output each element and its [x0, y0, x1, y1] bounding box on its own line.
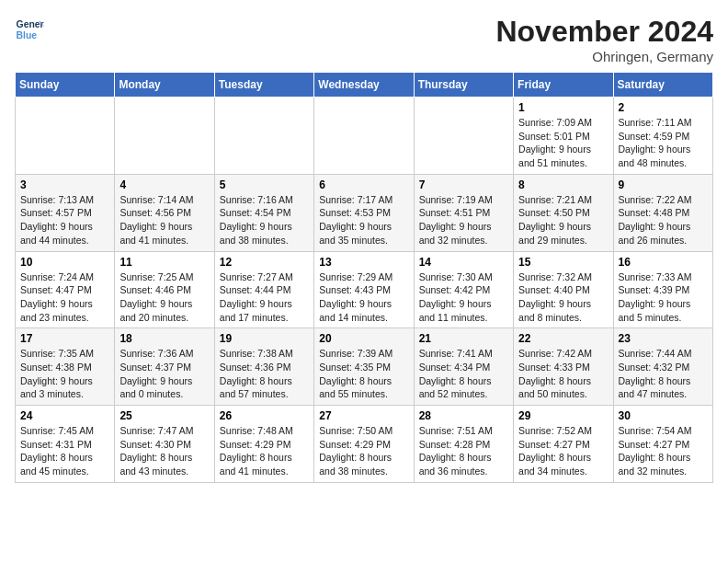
weekday-header-cell: Sunday: [16, 73, 115, 98]
calendar-table: SundayMondayTuesdayWednesdayThursdayFrid…: [15, 72, 713, 483]
day-info: Sunrise: 7:50 AM Sunset: 4:29 PM Dayligh…: [319, 424, 408, 478]
day-number: 3: [20, 178, 109, 191]
day-info: Sunrise: 7:21 AM Sunset: 4:50 PM Dayligh…: [518, 193, 608, 247]
day-number: 1: [518, 101, 608, 114]
calendar-day-cell: 4Sunrise: 7:14 AM Sunset: 4:56 PM Daylig…: [115, 174, 214, 251]
weekday-header-cell: Tuesday: [214, 73, 313, 98]
day-number: 19: [220, 332, 309, 345]
calendar-day-cell: 16Sunrise: 7:33 AM Sunset: 4:39 PM Dayli…: [613, 251, 712, 328]
day-number: 11: [119, 256, 209, 269]
day-number: 16: [619, 256, 708, 269]
title-block: November 2024 Ohringen, Germany: [495, 15, 713, 64]
day-info: Sunrise: 7:33 AM Sunset: 4:39 PM Dayligh…: [619, 270, 708, 325]
day-info: Sunrise: 7:32 AM Sunset: 4:40 PM Dayligh…: [518, 270, 608, 325]
calendar-day-cell: 17Sunrise: 7:35 AM Sunset: 4:38 PM Dayli…: [16, 328, 115, 406]
page-header: General Blue November 2024 Ohringen, Ger…: [15, 15, 713, 64]
day-info: Sunrise: 7:17 AM Sunset: 4:53 PM Dayligh…: [319, 193, 408, 247]
day-number: 14: [419, 256, 508, 269]
calendar-day-cell: 15Sunrise: 7:32 AM Sunset: 4:40 PM Dayli…: [514, 251, 613, 328]
calendar-day-cell: 11Sunrise: 7:25 AM Sunset: 4:46 PM Dayli…: [115, 251, 214, 328]
calendar-day-cell: 29Sunrise: 7:52 AM Sunset: 4:27 PM Dayli…: [514, 406, 613, 483]
day-info: Sunrise: 7:41 AM Sunset: 4:34 PM Dayligh…: [419, 347, 508, 401]
day-number: 2: [619, 101, 708, 114]
location-subtitle: Ohringen, Germany: [495, 49, 713, 64]
calendar-day-cell: 21Sunrise: 7:41 AM Sunset: 4:34 PM Dayli…: [414, 328, 513, 406]
day-number: 7: [419, 178, 508, 191]
day-info: Sunrise: 7:54 AM Sunset: 4:27 PM Dayligh…: [619, 424, 708, 478]
day-number: 29: [518, 409, 608, 422]
calendar-day-cell: 9Sunrise: 7:22 AM Sunset: 4:48 PM Daylig…: [613, 174, 712, 251]
day-info: Sunrise: 7:38 AM Sunset: 4:36 PM Dayligh…: [220, 347, 309, 401]
day-number: 17: [20, 332, 109, 345]
calendar-week-row: 3Sunrise: 7:13 AM Sunset: 4:57 PM Daylig…: [16, 174, 713, 251]
day-info: Sunrise: 7:29 AM Sunset: 4:43 PM Dayligh…: [319, 270, 408, 325]
day-number: 9: [619, 178, 708, 191]
day-info: Sunrise: 7:52 AM Sunset: 4:27 PM Dayligh…: [518, 424, 608, 478]
logo-icon: General Blue: [15, 15, 44, 44]
day-info: Sunrise: 7:44 AM Sunset: 4:32 PM Dayligh…: [619, 347, 708, 401]
day-info: Sunrise: 7:19 AM Sunset: 4:51 PM Dayligh…: [419, 193, 508, 247]
day-info: Sunrise: 7:22 AM Sunset: 4:48 PM Dayligh…: [619, 193, 708, 247]
calendar-day-cell: [16, 98, 115, 175]
day-number: 28: [419, 409, 508, 422]
day-number: 8: [518, 178, 608, 191]
calendar-day-cell: 18Sunrise: 7:36 AM Sunset: 4:37 PM Dayli…: [115, 328, 214, 406]
calendar-week-row: 24Sunrise: 7:45 AM Sunset: 4:31 PM Dayli…: [16, 406, 713, 483]
calendar-day-cell: 14Sunrise: 7:30 AM Sunset: 4:42 PM Dayli…: [414, 251, 513, 328]
calendar-day-cell: 7Sunrise: 7:19 AM Sunset: 4:51 PM Daylig…: [414, 174, 513, 251]
calendar-day-cell: 5Sunrise: 7:16 AM Sunset: 4:54 PM Daylig…: [214, 174, 313, 251]
day-info: Sunrise: 7:36 AM Sunset: 4:37 PM Dayligh…: [119, 347, 209, 401]
calendar-day-cell: 3Sunrise: 7:13 AM Sunset: 4:57 PM Daylig…: [16, 174, 115, 251]
day-info: Sunrise: 7:13 AM Sunset: 4:57 PM Dayligh…: [20, 193, 109, 247]
day-number: 22: [518, 332, 608, 345]
calendar-day-cell: 10Sunrise: 7:24 AM Sunset: 4:47 PM Dayli…: [16, 251, 115, 328]
weekday-header-cell: Thursday: [414, 73, 513, 98]
day-info: Sunrise: 7:42 AM Sunset: 4:33 PM Dayligh…: [518, 347, 608, 401]
calendar-day-cell: 25Sunrise: 7:47 AM Sunset: 4:30 PM Dayli…: [115, 406, 214, 483]
calendar-week-row: 1Sunrise: 7:09 AM Sunset: 5:01 PM Daylig…: [16, 98, 713, 175]
day-number: 23: [619, 332, 708, 345]
calendar-day-cell: 24Sunrise: 7:45 AM Sunset: 4:31 PM Dayli…: [16, 406, 115, 483]
day-number: 21: [419, 332, 508, 345]
calendar-day-cell: 22Sunrise: 7:42 AM Sunset: 4:33 PM Dayli…: [514, 328, 613, 406]
day-number: 6: [319, 178, 408, 191]
logo: General Blue: [15, 15, 44, 44]
day-number: 13: [319, 256, 408, 269]
day-info: Sunrise: 7:30 AM Sunset: 4:42 PM Dayligh…: [419, 270, 508, 325]
day-info: Sunrise: 7:25 AM Sunset: 4:46 PM Dayligh…: [119, 270, 209, 325]
calendar-day-cell: [214, 98, 313, 175]
day-number: 4: [119, 178, 209, 191]
calendar-day-cell: [314, 98, 414, 175]
calendar-day-cell: [115, 98, 214, 175]
day-info: Sunrise: 7:35 AM Sunset: 4:38 PM Dayligh…: [20, 347, 109, 401]
calendar-day-cell: 27Sunrise: 7:50 AM Sunset: 4:29 PM Dayli…: [314, 406, 414, 483]
day-info: Sunrise: 7:39 AM Sunset: 4:35 PM Dayligh…: [319, 347, 408, 401]
weekday-header-cell: Friday: [514, 73, 613, 98]
weekday-header-cell: Saturday: [613, 73, 712, 98]
calendar-day-cell: 19Sunrise: 7:38 AM Sunset: 4:36 PM Dayli…: [214, 328, 313, 406]
calendar-body: 1Sunrise: 7:09 AM Sunset: 5:01 PM Daylig…: [16, 98, 713, 483]
calendar-day-cell: 8Sunrise: 7:21 AM Sunset: 4:50 PM Daylig…: [514, 174, 613, 251]
day-info: Sunrise: 7:48 AM Sunset: 4:29 PM Dayligh…: [220, 424, 309, 478]
day-number: 10: [20, 256, 109, 269]
calendar-week-row: 10Sunrise: 7:24 AM Sunset: 4:47 PM Dayli…: [16, 251, 713, 328]
calendar-week-row: 17Sunrise: 7:35 AM Sunset: 4:38 PM Dayli…: [16, 328, 713, 406]
day-info: Sunrise: 7:51 AM Sunset: 4:28 PM Dayligh…: [419, 424, 508, 478]
day-number: 30: [619, 409, 708, 422]
weekday-header-cell: Monday: [115, 73, 214, 98]
day-number: 27: [319, 409, 408, 422]
svg-text:Blue: Blue: [17, 30, 38, 40]
calendar-day-cell: 1Sunrise: 7:09 AM Sunset: 5:01 PM Daylig…: [514, 98, 613, 175]
day-info: Sunrise: 7:47 AM Sunset: 4:30 PM Dayligh…: [119, 424, 209, 478]
calendar-day-cell: 20Sunrise: 7:39 AM Sunset: 4:35 PM Dayli…: [314, 328, 414, 406]
weekday-header-cell: Wednesday: [314, 73, 414, 98]
day-number: 24: [20, 409, 109, 422]
svg-text:General: General: [17, 19, 44, 29]
day-info: Sunrise: 7:24 AM Sunset: 4:47 PM Dayligh…: [20, 270, 109, 325]
calendar-day-cell: 2Sunrise: 7:11 AM Sunset: 4:59 PM Daylig…: [613, 98, 712, 175]
day-number: 15: [518, 256, 608, 269]
day-number: 12: [220, 256, 309, 269]
day-number: 25: [119, 409, 209, 422]
day-info: Sunrise: 7:09 AM Sunset: 5:01 PM Dayligh…: [518, 116, 608, 170]
day-number: 5: [220, 178, 309, 191]
